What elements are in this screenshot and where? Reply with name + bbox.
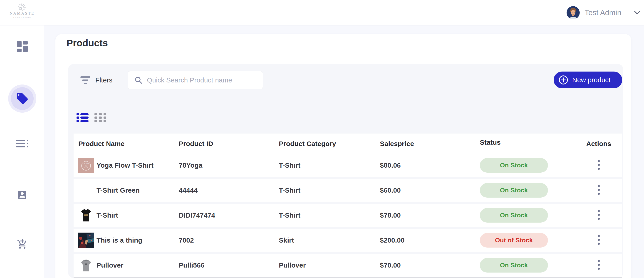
kebab-icon — [598, 260, 600, 270]
filter-icon — [80, 76, 90, 84]
mandala-icon — [18, 2, 27, 11]
row-actions-menu[interactable] — [595, 233, 602, 247]
filters-button[interactable]: Flters — [80, 71, 112, 89]
sidebar-item-dashboard[interactable] — [0, 41, 44, 52]
status-badge: On Stock — [480, 183, 548, 198]
product-id: DIDI747474 — [179, 212, 215, 219]
sidebar-item-customers[interactable] — [0, 190, 44, 200]
kebab-icon — [598, 185, 600, 195]
product-salesprice: $70.00 — [380, 262, 401, 269]
avatar — [566, 6, 580, 19]
products-table: Product Name Product ID Product Category… — [74, 134, 622, 278]
product-category: T-Shirt — [279, 186, 300, 194]
status-badge: On Stock — [480, 258, 548, 272]
product-name: Pullover — [96, 262, 123, 269]
table-bottom-divider — [74, 277, 622, 278]
row-actions-menu[interactable] — [595, 183, 602, 197]
product-id: Pulli566 — [179, 262, 204, 269]
row-actions-menu[interactable] — [595, 208, 602, 222]
brand-name: NAMASTE — [0, 11, 44, 16]
product-salesprice: $78.00 — [380, 212, 401, 219]
product-thumbnail — [78, 258, 94, 273]
product-thumbnail: FLOW — [78, 158, 94, 173]
view-toggles — [76, 113, 106, 122]
product-thumbnail — [78, 232, 94, 248]
row-actions-menu[interactable] — [595, 258, 602, 272]
add-cart-icon — [17, 239, 28, 250]
table-row: GUCCI T-Shirt DIDI747474 T-Shirt $78.00 … — [74, 204, 622, 227]
product-category: Skirt — [279, 236, 294, 244]
table-body: FLOW Yoga Flow T-Shirt 78Yoga T-Shirt $8… — [74, 154, 622, 277]
table-row: This is a thing 7002 Skirt $200.00 Out o… — [74, 229, 622, 252]
search-icon — [135, 76, 142, 84]
product-id: 78Yoga — [179, 162, 202, 169]
product-salesprice: $80.06 — [380, 162, 401, 169]
tag-icon — [16, 92, 29, 105]
list-view-icon[interactable] — [76, 113, 88, 122]
page-title: Products — [66, 38, 108, 48]
table-row: FLOW Yoga Flow T-Shirt 78Yoga T-Shirt $8… — [74, 154, 622, 177]
column-header-salesprice: Salesprice — [380, 140, 480, 148]
brand-logo: NAMASTE YOGA STUDIO — [0, 0, 44, 26]
table-row: T-Shirt Green 44444 T-Shirt $60.00 On St… — [74, 179, 622, 202]
flow-badge-image: FLOW — [78, 158, 94, 173]
new-product-label: New product — [572, 76, 610, 84]
product-thumbnail: GUCCI — [78, 208, 94, 223]
search-input[interactable] — [147, 76, 260, 84]
list-icon — [16, 140, 28, 149]
new-product-button[interactable]: New product — [554, 72, 622, 88]
status-badge: Out of Stock — [480, 233, 548, 248]
product-salesprice: $200.00 — [380, 236, 404, 244]
gray-pullover-image — [78, 258, 94, 273]
svg-text:FLOW: FLOW — [83, 162, 89, 164]
active-nav-highlight — [8, 84, 36, 113]
chevron-down-icon[interactable] — [634, 11, 640, 15]
column-header-status: Status — [480, 138, 575, 146]
column-header-product-id: Product ID — [179, 140, 279, 148]
main-card: Products Flters — [56, 34, 631, 278]
product-category: Pullover — [279, 262, 306, 269]
product-thumbnail — [78, 182, 94, 198]
column-header-product-category: Product Category — [279, 140, 380, 148]
kebab-icon — [598, 160, 600, 170]
sidebar-item-products[interactable] — [0, 84, 44, 113]
column-header-actions: Actions — [575, 140, 622, 148]
sidebar-item-orders[interactable] — [0, 140, 44, 149]
table-row: Pullover Pulli566 Pullover $70.00 On Sto… — [74, 254, 622, 277]
sidebar — [0, 26, 44, 278]
status-badge: On Stock — [480, 208, 548, 222]
product-name: T-Shirt Green — [96, 186, 140, 194]
black-tshirt-image: GUCCI — [78, 208, 94, 223]
product-name: Yoga Flow T-Shirt — [96, 162, 154, 169]
product-salesprice: $60.00 — [380, 186, 401, 194]
product-name: This is a thing — [96, 236, 142, 244]
product-id: 7002 — [179, 236, 194, 244]
user-menu[interactable]: Test Admin — [566, 0, 640, 26]
row-actions-menu[interactable] — [595, 158, 602, 172]
user-name: Test Admin — [585, 8, 621, 17]
search-box — [128, 71, 263, 89]
scene-photo-image — [78, 232, 94, 248]
grid-view-icon[interactable] — [94, 113, 106, 122]
svg-text:GUCCI: GUCCI — [84, 214, 88, 215]
column-header-product-name: Product Name — [74, 140, 179, 148]
table-header: Product Name Product ID Product Category… — [74, 134, 622, 154]
topbar: NAMASTE YOGA STUDIO Test Admin — [0, 0, 644, 26]
filters-label: Flters — [95, 76, 112, 84]
kebab-icon — [598, 210, 600, 220]
status-badge: On Stock — [480, 158, 548, 172]
product-category: T-Shirt — [279, 162, 300, 169]
product-id: 44444 — [179, 186, 198, 194]
product-name: T-Shirt — [96, 212, 118, 219]
products-panel: Flters New product — [68, 64, 623, 278]
sidebar-item-cart[interactable] — [0, 239, 44, 250]
brand-tagline: YOGA STUDIO — [0, 16, 44, 18]
kebab-icon — [598, 234, 600, 245]
product-category: T-Shirt — [279, 212, 300, 219]
dashboard-icon — [17, 41, 28, 52]
person-icon — [17, 190, 28, 200]
plus-circle-icon — [558, 75, 568, 85]
